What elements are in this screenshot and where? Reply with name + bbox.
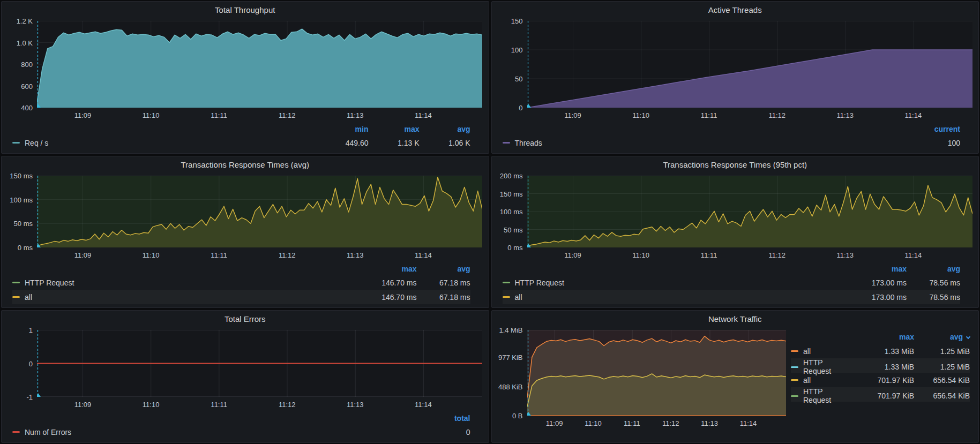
legend-header-avg[interactable]: avg (420, 125, 470, 133)
legend-row: HTTP Request 173.00 ms 78.56 ms (503, 275, 961, 290)
legend-series-name[interactable]: all (25, 293, 32, 302)
y-axis-tick-label: 0 ms (18, 244, 33, 252)
x-axis-tick-label: 11:10 (632, 251, 649, 259)
x-axis-tick-label: 11:11 (211, 111, 227, 119)
x-axis-tick-label: 11:13 (347, 111, 364, 119)
legend-value-max: 1.33 MiB (852, 347, 914, 356)
x-axis-tick-label: 11:10 (632, 111, 649, 119)
panel-title[interactable]: Transactions Response Times (95th pct) (492, 159, 979, 171)
y-axis-tick-label: 50 ms (504, 225, 522, 234)
y-axis-tick-label: 1.0 K (17, 39, 33, 47)
legend-value-max: 1.33 MiB (852, 363, 914, 371)
legend-series-name[interactable]: HTTP Request (25, 279, 74, 287)
legend-header-total[interactable]: total (412, 414, 470, 423)
y-axis-tick-label: 977 KiB (498, 353, 523, 361)
legend-value-max: 173.00 ms (845, 293, 907, 302)
series-color-dash (791, 350, 798, 352)
y-axis-tick-label: 1 (29, 326, 33, 334)
panel-title[interactable]: Transactions Response Times (avg) (2, 159, 489, 171)
legend-header-max[interactable]: max (355, 265, 417, 273)
legend-header-max[interactable]: max (845, 265, 907, 273)
throughput-time-series-plot[interactable] (37, 21, 482, 108)
x-axis-tick-label: 11:09 (564, 251, 581, 259)
grafana-dashboard: Total Throughput 1.2 K1.0 K800600400 11:… (0, 0, 980, 444)
legend-row: Threads 100 (503, 136, 961, 150)
errors-time-series-plot[interactable] (37, 330, 482, 397)
legend-value-max: 173.00 ms (845, 279, 907, 287)
y-axis: 200 ms150 ms100 ms50 ms0 ms (496, 176, 527, 247)
legend-value-avg: 656.54 KiB (914, 376, 970, 385)
x-axis-tick-label: 11:11 (701, 111, 717, 119)
series-color-dash (12, 296, 20, 298)
legend-header-current[interactable]: current (901, 125, 960, 133)
legend-series-name[interactable]: Num of Errors (25, 428, 71, 437)
x-axis-tick-label: 11:12 (279, 401, 296, 409)
panel-active-threads: Active Threads 150100500 11:0911:1011:11… (491, 1, 979, 154)
threads-time-series-plot[interactable] (527, 21, 972, 108)
legend-value-avg: 1.25 MiB (914, 347, 970, 356)
panel-title[interactable]: Active Threads (492, 4, 979, 17)
x-axis: 11:0911:1011:1111:1211:1311:14 (527, 416, 786, 430)
legend-series-name[interactable]: all (515, 293, 522, 302)
y-axis-tick-label: 0 (29, 359, 33, 367)
y-axis-tick-label: 100 (511, 46, 523, 54)
panel-title[interactable]: Network Traffic (492, 313, 979, 326)
legend: max avg all 1.33 MiB 1.25 MiB HTTP Reque… (786, 330, 972, 441)
legend-series-name[interactable]: all (803, 347, 811, 356)
legend-series-name[interactable]: all (803, 376, 811, 385)
x-axis-tick-label: 11:10 (143, 251, 160, 259)
x-axis-tick-label: 11:14 (415, 111, 432, 119)
legend-value-avg: 78.56 ms (907, 293, 960, 302)
legend-value-current: 100 (901, 139, 960, 147)
x-axis-tick-label: 11:12 (662, 419, 679, 427)
legend: max avg HTTP Request 173.00 ms 78.56 ms … (492, 261, 979, 306)
panel-title[interactable]: Total Throughput (2, 4, 489, 17)
x-axis: 11:0911:1011:1111:1211:1311:14 (37, 397, 482, 411)
legend-value-avg: 656.54 KiB (914, 392, 970, 400)
y-axis: 1.2 K1.0 K800600400 (6, 21, 37, 108)
x-axis-tick-label: 11:09 (74, 111, 92, 119)
x-axis-tick-label: 11:10 (143, 111, 160, 119)
legend-header-max[interactable]: max (852, 333, 914, 341)
response-avg-time-series-plot[interactable] (37, 176, 482, 247)
series-color-dash (12, 142, 20, 144)
legend-header-avg[interactable]: avg (417, 265, 470, 273)
x-axis-tick-label: 11:12 (768, 111, 786, 119)
legend-header-max[interactable]: max (369, 125, 420, 133)
y-axis-tick-label: -1 (26, 393, 33, 401)
panel-title[interactable]: Total Errors (2, 313, 489, 326)
legend-header-avg[interactable]: avg (907, 265, 960, 273)
legend-value-min: 449.60 (318, 139, 369, 147)
network-time-series-plot[interactable] (527, 330, 786, 416)
legend-series-name[interactable]: Req / s (25, 139, 48, 147)
x-axis-tick-label: 11:09 (546, 419, 563, 427)
x-axis-tick-label: 11:13 (837, 251, 854, 259)
x-axis: 11:0911:1011:1111:1211:1311:14 (37, 247, 482, 261)
y-axis: 1.4 MiB977 KiB488 KiB0 B (496, 330, 527, 416)
y-axis-tick-label: 0 ms (507, 244, 522, 252)
response-95pct-time-series-plot[interactable] (527, 176, 972, 247)
panel-network-traffic: Network Traffic 1.4 MiB977 KiB488 KiB0 B… (491, 310, 979, 443)
legend-value-max: 1.13 K (369, 139, 420, 147)
legend-row: all 146.70 ms 67.18 ms (12, 290, 470, 304)
legend-series-name[interactable]: HTTP Request (803, 387, 852, 404)
y-axis-tick-label: 200 ms (500, 172, 523, 180)
legend: total Num of Errors 0 (2, 411, 489, 441)
x-axis-tick-label: 11:13 (701, 419, 718, 427)
legend-value-max: 701.97 KiB (852, 392, 914, 400)
legend-header-min[interactable]: min (318, 125, 369, 133)
x-axis-tick-label: 11:09 (564, 111, 581, 119)
y-axis-tick-label: 488 KiB (498, 382, 523, 390)
legend-series-name[interactable]: HTTP Request (515, 279, 564, 287)
legend-series-name[interactable]: Threads (515, 139, 542, 147)
legend-row: all 173.00 ms 78.56 ms (503, 290, 961, 304)
legend-value-avg: 78.56 ms (907, 279, 960, 287)
y-axis-tick-label: 100 ms (500, 208, 523, 216)
x-axis-tick-label: 11:10 (143, 401, 160, 409)
y-axis-tick-label: 150 ms (500, 190, 523, 198)
y-axis-tick-label: 800 (21, 61, 33, 69)
legend-value-max: 146.70 ms (355, 293, 417, 302)
legend-header-avg-sort[interactable]: avg (914, 333, 970, 341)
legend-series-name[interactable]: HTTP Request (803, 358, 852, 375)
x-axis-tick-label: 11:12 (279, 251, 296, 259)
